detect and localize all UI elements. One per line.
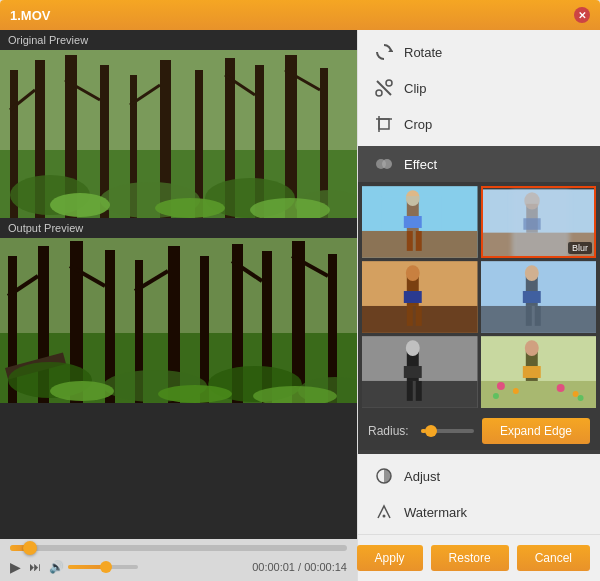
watermark-label: Watermark — [404, 505, 467, 520]
svg-point-59 — [382, 159, 392, 169]
volume-slider[interactable] — [68, 565, 138, 569]
radius-slider[interactable] — [421, 429, 474, 433]
svg-rect-79 — [407, 306, 413, 326]
playback-controls: ▶ ⏭ 🔊 00:00:01 / 00:00:14 — [10, 559, 347, 575]
effect-label: Effect — [404, 157, 437, 172]
clip-icon — [374, 78, 394, 98]
effect-thumb-floral[interactable] — [481, 336, 597, 408]
sub-tools: Adjust Watermark — [358, 454, 600, 534]
svg-point-49 — [158, 385, 232, 403]
effect-header[interactable]: Effect — [358, 146, 600, 182]
preview-section: Original Preview — [0, 30, 357, 539]
svg-rect-80 — [416, 306, 422, 326]
svg-point-53 — [376, 90, 382, 96]
effect-icon — [374, 154, 394, 174]
effect-thumb-blur[interactable]: Blur — [481, 186, 597, 258]
output-preview — [0, 238, 357, 403]
svg-point-85 — [524, 265, 538, 281]
svg-point-105 — [577, 395, 583, 401]
svg-rect-93 — [407, 381, 413, 401]
adjust-icon — [374, 466, 394, 486]
effect-thumb-cool[interactable] — [481, 261, 597, 333]
svg-rect-67 — [382, 196, 442, 231]
original-preview-label: Original Preview — [0, 30, 357, 50]
watermark-tool[interactable]: Watermark — [358, 494, 600, 530]
bottom-actions: Apply Restore Cancel — [358, 534, 600, 581]
svg-point-101 — [512, 388, 518, 394]
radius-row: Radius: Expand Edge — [358, 412, 600, 450]
progress-thumb[interactable] — [23, 541, 37, 555]
volume-thumb[interactable] — [100, 561, 112, 573]
cancel-button[interactable]: Cancel — [517, 545, 590, 571]
effect-thumb-warm[interactable] — [362, 261, 478, 333]
main-content: Original Preview — [0, 30, 600, 581]
window-title: 1.MOV — [10, 8, 50, 23]
svg-rect-98 — [522, 366, 540, 378]
adjust-label: Adjust — [404, 469, 440, 484]
blur-label: Blur — [568, 242, 592, 254]
output-preview-label: Output Preview — [0, 218, 357, 238]
svg-point-92 — [406, 340, 420, 356]
svg-point-78 — [406, 265, 420, 281]
crop-label: Crop — [404, 117, 432, 132]
svg-point-102 — [556, 384, 564, 392]
svg-rect-66 — [416, 231, 422, 251]
svg-point-107 — [383, 515, 386, 518]
svg-rect-77 — [404, 291, 422, 303]
play-button[interactable]: ▶ — [10, 559, 21, 575]
rotate-icon — [374, 42, 394, 62]
svg-rect-91 — [404, 366, 422, 378]
right-panel: Rotate Clip — [357, 30, 600, 581]
crop-tool[interactable]: Crop — [358, 106, 600, 142]
svg-rect-87 — [534, 306, 540, 326]
clip-tool[interactable]: Clip — [358, 70, 600, 106]
svg-line-52 — [377, 81, 391, 95]
radius-thumb[interactable] — [425, 425, 437, 437]
effect-section: Effect — [358, 146, 600, 454]
crop-icon — [374, 114, 394, 134]
svg-rect-65 — [407, 231, 413, 251]
title-bar: 1.MOV ✕ — [0, 0, 600, 30]
close-button[interactable]: ✕ — [574, 7, 590, 23]
svg-rect-94 — [416, 381, 422, 401]
volume-control: 🔊 — [49, 560, 138, 574]
controls-bar: ▶ ⏭ 🔊 00:00:01 / 00:00:14 — [0, 539, 357, 581]
rotate-tool[interactable]: Rotate — [358, 34, 600, 70]
svg-point-23 — [155, 198, 225, 218]
clip-label: Clip — [404, 81, 426, 96]
main-window: 1.MOV ✕ Original Preview — [0, 0, 600, 581]
svg-rect-73 — [511, 189, 569, 258]
svg-point-103 — [572, 391, 578, 397]
effect-grid: Blur — [358, 182, 600, 412]
volume-fill — [68, 565, 103, 569]
svg-point-99 — [524, 340, 538, 356]
time-display: 00:00:01 / 00:00:14 — [252, 561, 347, 573]
original-preview — [0, 50, 357, 218]
svg-point-22 — [50, 193, 110, 217]
tool-menu: Rotate Clip — [358, 30, 600, 146]
radius-label: Radius: — [368, 424, 413, 438]
effect-thumb-bw[interactable] — [362, 336, 478, 408]
svg-point-100 — [496, 382, 504, 390]
apply-button[interactable]: Apply — [357, 545, 423, 571]
svg-rect-55 — [379, 119, 389, 129]
skip-button[interactable]: ⏭ — [29, 560, 41, 574]
progress-bar[interactable] — [10, 545, 347, 551]
expand-edge-button[interactable]: Expand Edge — [482, 418, 590, 444]
svg-point-104 — [492, 393, 498, 399]
rotate-label: Rotate — [404, 45, 442, 60]
svg-rect-86 — [525, 306, 531, 326]
volume-icon: 🔊 — [49, 560, 64, 574]
watermark-icon — [374, 502, 394, 522]
adjust-tool[interactable]: Adjust — [358, 458, 600, 494]
restore-button[interactable]: Restore — [431, 545, 509, 571]
svg-point-48 — [50, 381, 114, 401]
svg-rect-84 — [522, 291, 540, 303]
left-panel: Original Preview — [0, 30, 357, 581]
effect-thumb-normal[interactable] — [362, 186, 478, 258]
svg-point-54 — [386, 80, 392, 86]
